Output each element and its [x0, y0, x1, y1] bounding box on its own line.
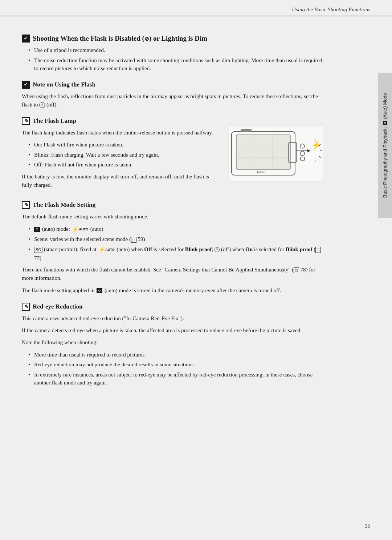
svg-point-10 [300, 151, 305, 156]
red-eye-body3: Note the following when shooting: [22, 338, 323, 347]
bullet-item: (auto) mode: ⚡AUTO (auto) [28, 225, 323, 234]
pencil-icon-2: ✎ [22, 201, 30, 209]
bullet-item: On: Flash will fire when picture is take… [28, 141, 220, 149]
section-shooting-disabled-heading: ✓ Shooting When the Flash is Disabled (⊘… [22, 35, 323, 43]
flash-lamp-text: The flash lamp indicates flash status wh… [22, 129, 220, 193]
ref-box-3: □ [294, 267, 299, 273]
bullet-item: Scene: varies with the selected scene mo… [28, 235, 323, 243]
bullet-item: In extremely rare instances, areas not s… [28, 371, 323, 387]
section-flash-mode-title: The Flash Mode Setting [33, 201, 95, 209]
camera-diagram: Nikon ⚡ [229, 125, 323, 181]
flash-mode-body: The default flash mode setting varies wi… [22, 213, 323, 221]
sidebar-tab-text: Basic Photography and Playback: (Auto) M… [382, 93, 388, 198]
section-red-eye-title: Red-eye Reduction [33, 303, 82, 310]
flash-lamp-footer: If the battery is low, the monitor displ… [22, 173, 220, 190]
shooting-disabled-bullets: Use of a tripod is recommended. The nois… [22, 46, 323, 73]
flash-mode-para2: The flash mode setting applied in (auto)… [22, 286, 323, 295]
bullet-item: Blinks: Flash charging. Wait a few secon… [28, 151, 220, 159]
section-red-eye-heading: ✎ Red-eye Reduction [22, 303, 323, 311]
pencil-icon-3: ✎ [22, 303, 30, 311]
ref-box-2: □ [315, 247, 321, 253]
section-flash-mode-heading: ✎ The Flash Mode Setting [22, 201, 323, 209]
page-number: 35 [365, 523, 370, 529]
ref-box: □ [131, 237, 136, 243]
bullet-item: Red-eye reduction may not produce the de… [28, 360, 323, 369]
flash-lamp-content: The flash lamp indicates flash status wh… [22, 129, 323, 193]
header-title: Using the Basic Shooting Functions [292, 7, 370, 12]
section-flash-lamp-title: The Flash Lamp [33, 117, 76, 125]
check-icon-1: ✓ [22, 35, 30, 43]
section-note-flash-heading: ✓ Note on Using the Flash [22, 81, 323, 89]
bullet-item: More time than usual is required to reco… [28, 351, 323, 359]
flash-lamp-bullets: On: Flash will fire when picture is take… [22, 141, 220, 169]
bullet-item: Use of a tripod is recommended. [28, 46, 323, 55]
flash-mode-para1: There are functions with which the flash… [22, 266, 323, 283]
red-eye-body2: If the camera detects red-eye when a pic… [22, 326, 323, 335]
main-content: ✓ Shooting When the Flash is Disabled (⊘… [0, 16, 345, 401]
bullet-item: Off: Flash will not fire when picture is… [28, 161, 220, 169]
svg-rect-11 [301, 157, 305, 160]
camera-svg: Nikon ⚡ [229, 125, 323, 181]
section-note-flash-title: Note on Using the Flash [33, 81, 95, 88]
sidebar-tab: Basic Photography and Playback: (Auto) M… [378, 73, 392, 218]
svg-rect-1 [236, 135, 290, 169]
check-icon-2: ✓ [22, 81, 30, 89]
page-container: Using the Basic Shooting Functions ✓ Sho… [0, 0, 392, 540]
note-flash-body: When using the flash, reflections from d… [22, 92, 323, 109]
svg-rect-7 [241, 129, 252, 132]
red-eye-bullets: More time than usual is required to reco… [22, 351, 323, 387]
flash-mode-bullets: (auto) mode: ⚡AUTO (auto) Scene: varies … [22, 225, 323, 262]
svg-line-17 [319, 156, 321, 158]
bullet-item: The noise reduction function may be acti… [28, 56, 323, 73]
header-bar: Using the Basic Shooting Functions [0, 0, 392, 16]
bullet-item: SC (smart portrait): fixed at ⚡AUTO (aut… [28, 245, 323, 262]
svg-text:Nikon: Nikon [257, 170, 265, 174]
svg-point-9 [300, 144, 305, 148]
section-shooting-disabled-title: Shooting When the Flash is Disabled (⊘) … [33, 35, 207, 43]
pencil-icon-1: ✎ [22, 117, 30, 125]
section-flash-lamp-heading: ✎ The Flash Lamp [22, 117, 323, 125]
red-eye-body1: This camera uses advanced red-eye reduct… [22, 314, 323, 323]
flash-lamp-body: The flash lamp indicates flash status wh… [22, 129, 220, 137]
